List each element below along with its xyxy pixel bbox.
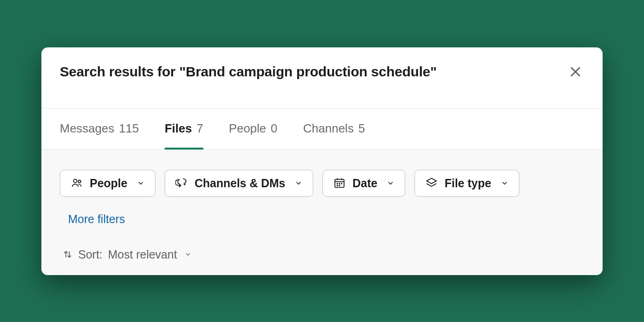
svg-point-9: [339, 183, 340, 184]
sort-control[interactable]: Sort: Most relevant: [60, 248, 584, 261]
tab-label: People: [229, 121, 266, 136]
sort-prefix: Sort:: [78, 248, 103, 261]
people-icon: [70, 177, 83, 190]
search-results-modal: Search results for "Brand campaign produ…: [41, 47, 603, 275]
filter-label: People: [90, 177, 127, 190]
svg-marker-13: [427, 178, 437, 184]
svg-point-11: [337, 185, 338, 186]
filter-people[interactable]: People: [60, 170, 155, 197]
tab-people[interactable]: People 0: [229, 109, 277, 150]
chevron-down-icon: [386, 179, 395, 187]
svg-point-12: [339, 185, 340, 186]
calendar-icon: [333, 177, 346, 190]
modal-title: Search results for "Brand campaign produ…: [60, 64, 437, 80]
tab-count: 5: [358, 121, 365, 136]
tab-files[interactable]: Files 7: [165, 109, 203, 150]
close-icon: [569, 65, 582, 79]
tab-count: 0: [271, 121, 277, 136]
chevron-down-icon: [184, 251, 192, 258]
tab-channels[interactable]: Channels 5: [303, 109, 365, 150]
svg-point-8: [337, 183, 338, 184]
chat-icon: [175, 177, 188, 190]
result-tabs: Messages 115 Files 7 People 0 Channels 5: [41, 109, 603, 150]
filter-date[interactable]: Date: [322, 170, 405, 197]
sort-value: Most relevant: [108, 248, 177, 261]
close-button[interactable]: [567, 63, 584, 80]
more-filters-link[interactable]: More filters: [68, 213, 125, 226]
chevron-down-icon: [500, 179, 509, 187]
filters-area: People Channels & DMs: [41, 150, 603, 275]
modal-header: Search results for "Brand campaign produ…: [41, 47, 603, 109]
sort-icon: [63, 249, 73, 259]
svg-point-10: [341, 183, 342, 184]
tab-messages[interactable]: Messages 115: [60, 109, 139, 150]
tab-label: Files: [165, 121, 192, 136]
tab-label: Messages: [60, 121, 115, 136]
tab-count: 7: [196, 121, 203, 136]
filter-row: People Channels & DMs: [60, 170, 584, 197]
svg-point-3: [78, 180, 81, 183]
layers-icon: [425, 177, 438, 190]
filter-label: Channels & DMs: [195, 177, 285, 190]
filter-channels-dms[interactable]: Channels & DMs: [165, 170, 313, 197]
svg-point-2: [74, 179, 77, 183]
chevron-down-icon: [294, 179, 303, 187]
filter-file-type[interactable]: File type: [414, 170, 519, 197]
chevron-down-icon: [137, 179, 145, 187]
tab-label: Channels: [303, 121, 354, 136]
filter-label: File type: [444, 177, 491, 190]
filter-label: Date: [352, 177, 377, 190]
tab-count: 115: [119, 121, 139, 136]
